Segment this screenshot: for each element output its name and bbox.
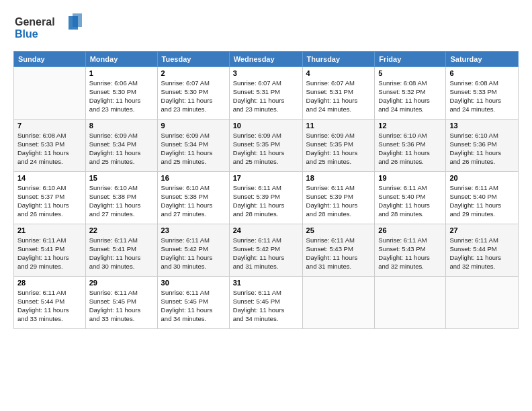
day-cell: 11Sunrise: 6:09 AM Sunset: 5:35 PM Dayli… — [302, 119, 375, 171]
day-number: 21 — [17, 226, 82, 234]
day-number: 5 — [378, 69, 442, 77]
day-cell: 10Sunrise: 6:09 AM Sunset: 5:35 PM Dayli… — [229, 119, 302, 171]
day-number: 4 — [306, 69, 371, 77]
day-cell: 23Sunrise: 6:11 AM Sunset: 5:42 PM Dayli… — [157, 224, 229, 276]
day-info: Sunrise: 6:07 AM Sunset: 5:31 PM Dayligh… — [306, 79, 371, 114]
day-info: Sunrise: 6:11 AM Sunset: 5:40 PM Dayligh… — [449, 183, 515, 219]
logo: General Blue — [13, 12, 87, 44]
day-cell: 26Sunrise: 6:11 AM Sunset: 5:43 PM Dayli… — [375, 224, 446, 276]
week-row-0: 1Sunrise: 6:06 AM Sunset: 5:30 PM Daylig… — [14, 66, 519, 119]
day-cell — [302, 276, 375, 328]
day-number: 18 — [306, 174, 371, 182]
day-info: Sunrise: 6:10 AM Sunset: 5:36 PM Dayligh… — [449, 131, 515, 167]
day-info: Sunrise: 6:11 AM Sunset: 5:40 PM Dayligh… — [378, 183, 442, 219]
col-header-saturday: Saturday — [446, 51, 519, 66]
day-number: 10 — [233, 122, 299, 130]
svg-marker-3 — [73, 13, 82, 27]
day-number: 12 — [378, 122, 442, 130]
day-number: 27 — [449, 226, 515, 234]
day-cell — [446, 276, 519, 328]
day-number: 25 — [306, 226, 371, 234]
day-cell: 16Sunrise: 6:10 AM Sunset: 5:38 PM Dayli… — [157, 171, 229, 224]
day-number: 24 — [233, 226, 299, 234]
header: General Blue — [13, 12, 519, 44]
day-info: Sunrise: 6:11 AM Sunset: 5:39 PM Dayligh… — [306, 183, 371, 219]
day-cell — [14, 66, 86, 119]
day-info: Sunrise: 6:08 AM Sunset: 5:32 PM Dayligh… — [378, 79, 442, 114]
svg-text:Blue: Blue — [15, 28, 38, 40]
day-number: 6 — [449, 69, 515, 77]
day-number: 31 — [233, 279, 299, 287]
day-cell: 13Sunrise: 6:10 AM Sunset: 5:36 PM Dayli… — [446, 119, 519, 171]
day-number: 3 — [233, 69, 299, 77]
day-info: Sunrise: 6:11 AM Sunset: 5:45 PM Dayligh… — [233, 288, 299, 324]
day-info: Sunrise: 6:06 AM Sunset: 5:30 PM Dayligh… — [89, 79, 154, 114]
day-number: 23 — [161, 226, 226, 234]
day-number: 15 — [89, 174, 154, 182]
day-cell: 22Sunrise: 6:11 AM Sunset: 5:41 PM Dayli… — [85, 224, 157, 276]
day-number: 30 — [161, 279, 226, 287]
week-row-3: 21Sunrise: 6:11 AM Sunset: 5:41 PM Dayli… — [14, 224, 519, 276]
day-number: 22 — [89, 226, 154, 234]
day-cell: 20Sunrise: 6:11 AM Sunset: 5:40 PM Dayli… — [446, 171, 519, 224]
day-cell: 6Sunrise: 6:08 AM Sunset: 5:33 PM Daylig… — [446, 66, 519, 119]
day-number: 1 — [89, 69, 154, 77]
day-cell: 27Sunrise: 6:11 AM Sunset: 5:44 PM Dayli… — [446, 224, 519, 276]
day-number: 13 — [449, 122, 515, 130]
day-cell — [375, 276, 446, 328]
day-info: Sunrise: 6:11 AM Sunset: 5:44 PM Dayligh… — [449, 236, 515, 271]
day-info: Sunrise: 6:07 AM Sunset: 5:31 PM Dayligh… — [233, 79, 299, 114]
day-info: Sunrise: 6:11 AM Sunset: 5:45 PM Dayligh… — [161, 288, 226, 324]
logo-text: General Blue — [13, 12, 87, 44]
week-row-1: 7Sunrise: 6:08 AM Sunset: 5:33 PM Daylig… — [14, 119, 519, 171]
day-cell: 25Sunrise: 6:11 AM Sunset: 5:43 PM Dayli… — [302, 224, 375, 276]
day-cell: 1Sunrise: 6:06 AM Sunset: 5:30 PM Daylig… — [85, 66, 157, 119]
day-cell: 12Sunrise: 6:10 AM Sunset: 5:36 PM Dayli… — [375, 119, 446, 171]
day-cell: 28Sunrise: 6:11 AM Sunset: 5:44 PM Dayli… — [14, 276, 86, 328]
calendar-table: SundayMondayTuesdayWednesdayThursdayFrid… — [13, 51, 519, 329]
day-cell: 8Sunrise: 6:09 AM Sunset: 5:34 PM Daylig… — [85, 119, 157, 171]
day-info: Sunrise: 6:09 AM Sunset: 5:35 PM Dayligh… — [233, 131, 299, 167]
day-info: Sunrise: 6:10 AM Sunset: 5:36 PM Dayligh… — [378, 131, 442, 167]
day-info: Sunrise: 6:11 AM Sunset: 5:41 PM Dayligh… — [17, 236, 82, 271]
day-cell: 3Sunrise: 6:07 AM Sunset: 5:31 PM Daylig… — [229, 66, 302, 119]
day-number: 2 — [161, 69, 226, 77]
page: General Blue SundayMondayTuesdayWednesda… — [0, 0, 532, 411]
day-info: Sunrise: 6:09 AM Sunset: 5:34 PM Dayligh… — [161, 131, 226, 167]
day-cell: 24Sunrise: 6:11 AM Sunset: 5:42 PM Dayli… — [229, 224, 302, 276]
week-row-2: 14Sunrise: 6:10 AM Sunset: 5:37 PM Dayli… — [14, 171, 519, 224]
day-cell: 5Sunrise: 6:08 AM Sunset: 5:32 PM Daylig… — [375, 66, 446, 119]
day-cell: 14Sunrise: 6:10 AM Sunset: 5:37 PM Dayli… — [14, 171, 86, 224]
col-header-tuesday: Tuesday — [157, 51, 229, 66]
col-header-sunday: Sunday — [14, 51, 86, 66]
day-cell: 18Sunrise: 6:11 AM Sunset: 5:39 PM Dayli… — [302, 171, 375, 224]
day-cell: 4Sunrise: 6:07 AM Sunset: 5:31 PM Daylig… — [302, 66, 375, 119]
day-cell: 29Sunrise: 6:11 AM Sunset: 5:45 PM Dayli… — [85, 276, 157, 328]
day-number: 17 — [233, 174, 299, 182]
col-header-friday: Friday — [375, 51, 446, 66]
day-number: 20 — [449, 174, 515, 182]
day-info: Sunrise: 6:11 AM Sunset: 5:42 PM Dayligh… — [233, 236, 299, 271]
day-number: 7 — [17, 122, 82, 130]
day-number: 29 — [89, 279, 154, 287]
day-info: Sunrise: 6:07 AM Sunset: 5:30 PM Dayligh… — [161, 79, 226, 114]
day-cell: 31Sunrise: 6:11 AM Sunset: 5:45 PM Dayli… — [229, 276, 302, 328]
day-info: Sunrise: 6:11 AM Sunset: 5:43 PM Dayligh… — [306, 236, 371, 271]
day-info: Sunrise: 6:11 AM Sunset: 5:43 PM Dayligh… — [378, 236, 442, 271]
day-number: 9 — [161, 122, 226, 130]
day-info: Sunrise: 6:08 AM Sunset: 5:33 PM Dayligh… — [17, 131, 82, 167]
day-number: 11 — [306, 122, 371, 130]
day-cell: 17Sunrise: 6:11 AM Sunset: 5:39 PM Dayli… — [229, 171, 302, 224]
col-header-wednesday: Wednesday — [229, 51, 302, 66]
day-number: 16 — [161, 174, 226, 182]
day-number: 19 — [378, 174, 442, 182]
day-info: Sunrise: 6:11 AM Sunset: 5:42 PM Dayligh… — [161, 236, 226, 271]
day-cell: 15Sunrise: 6:10 AM Sunset: 5:38 PM Dayli… — [85, 171, 157, 224]
day-info: Sunrise: 6:09 AM Sunset: 5:35 PM Dayligh… — [306, 131, 371, 167]
col-header-thursday: Thursday — [302, 51, 375, 66]
week-row-4: 28Sunrise: 6:11 AM Sunset: 5:44 PM Dayli… — [14, 276, 519, 328]
day-number: 28 — [17, 279, 82, 287]
day-cell: 9Sunrise: 6:09 AM Sunset: 5:34 PM Daylig… — [157, 119, 229, 171]
day-info: Sunrise: 6:09 AM Sunset: 5:34 PM Dayligh… — [89, 131, 154, 167]
day-info: Sunrise: 6:10 AM Sunset: 5:38 PM Dayligh… — [89, 183, 154, 219]
